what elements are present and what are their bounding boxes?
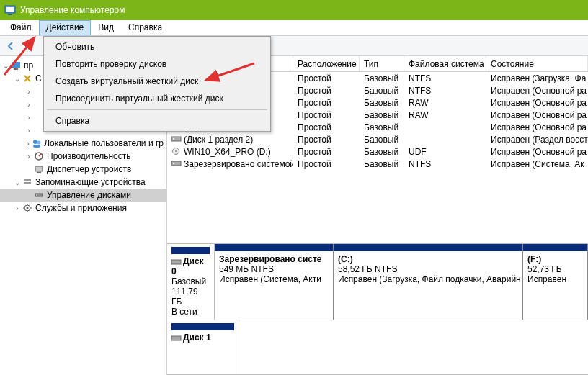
- chevron-down-icon: ⌄: [13, 75, 22, 83]
- tree-device[interactable]: Диспетчер устройств: [0, 163, 166, 176]
- part-name: (C:): [338, 254, 518, 264]
- back-button[interactable]: [3, 38, 19, 54]
- cell-fs: RAW: [404, 98, 486, 108]
- menu-bar: Файл Действие Вид Справка: [0, 20, 588, 36]
- disk-info[interactable]: Диск 0Базовый111,79 ГБВ сети: [167, 244, 215, 320]
- svg-rect-12: [24, 182, 31, 184]
- tree-label: Службы и приложения: [35, 203, 127, 213]
- table-row[interactable]: WIN10_X64_PRO (D:)ПростойБазовыйUDFИспра…: [167, 145, 588, 158]
- svg-rect-28: [172, 137, 181, 141]
- cell-layout: Простой: [293, 98, 360, 108]
- tree-label: С: [35, 73, 42, 83]
- tree-perf[interactable]: › Производительность: [0, 150, 166, 163]
- disk-icon: [172, 335, 182, 342]
- action-dropdown: Обновить Повторить проверку дисков Созда…: [43, 36, 271, 132]
- disk-size: 111,79 ГБ: [172, 286, 210, 307]
- cell-type: Базовый: [360, 122, 404, 132]
- disk-row: Диск 1: [167, 320, 588, 375]
- svg-rect-10: [37, 172, 41, 173]
- part-status: Исправен: [527, 274, 583, 284]
- chevron-down-icon: ⌄: [1, 62, 10, 70]
- services-icon: [22, 202, 33, 214]
- cell-layout: Простой: [293, 147, 360, 157]
- partition[interactable]: (C:)58,52 ГБ NTFSИсправен (Загрузка, Фай…: [334, 244, 523, 320]
- svg-rect-7: [33, 145, 40, 148]
- col-type[interactable]: Тип: [360, 56, 404, 71]
- svg-rect-34: [172, 260, 181, 264]
- chevron-right-icon: ›: [13, 204, 22, 212]
- cell-fs: NTFS: [404, 73, 486, 83]
- tree-storage[interactable]: ⌄ Запоминающие устройства: [0, 176, 166, 189]
- cell-status: Исправен (Основной ра: [486, 147, 588, 157]
- menu-file[interactable]: Файл: [3, 20, 39, 35]
- tree-label: Управление дисками: [47, 190, 131, 200]
- dd-help[interactable]: Справка: [45, 112, 269, 130]
- tree-label: Локальные пользователи и гр: [44, 138, 164, 148]
- dd-attach-vhd[interactable]: Присоединить виртуальный жесткий диск: [45, 90, 269, 107]
- disk-name: Диск 1: [183, 333, 211, 343]
- chevron-right-icon: ›: [24, 153, 33, 161]
- cell-type: Базовый: [360, 110, 404, 120]
- cell-status: Исправен (Основной ра: [486, 110, 588, 120]
- cell-layout: Простой: [293, 73, 360, 83]
- tree-users[interactable]: › Локальные пользователи и гр: [0, 137, 166, 150]
- dd-refresh[interactable]: Обновить: [45, 38, 269, 55]
- part-name: (F:): [527, 254, 583, 264]
- col-status[interactable]: Состояние: [486, 56, 588, 71]
- menu-view[interactable]: Вид: [91, 20, 121, 35]
- svg-point-33: [173, 163, 174, 164]
- svg-rect-32: [172, 161, 181, 166]
- tree-label: Производительность: [47, 151, 130, 161]
- disk-icon: [172, 258, 182, 266]
- cell-status: Исправен (Система, Ак: [486, 159, 588, 169]
- part-name: Зарезервировано систе: [219, 254, 329, 264]
- storage-icon: [22, 176, 33, 188]
- svg-point-15: [36, 194, 37, 196]
- cell-status: Исправен (Загрузка, Фа: [486, 73, 588, 83]
- svg-point-31: [175, 150, 177, 152]
- svg-point-17: [27, 207, 29, 209]
- volume-name: Зарезервировано системой: [184, 159, 293, 169]
- chevron-down-icon: ⌄: [13, 179, 22, 186]
- svg-rect-2: [8, 14, 12, 15]
- table-row[interactable]: Зарезервировано системойПростойБазовыйNT…: [167, 158, 588, 170]
- dd-rescan[interactable]: Повторить проверку дисков: [45, 55, 269, 73]
- tools-icon: [22, 73, 33, 84]
- app-icon: [4, 4, 16, 16]
- svg-point-5: [33, 140, 37, 144]
- cell-fs: UDF: [404, 147, 486, 157]
- menu-help[interactable]: Справка: [121, 20, 169, 35]
- partition[interactable]: Зарезервировано систе549 МБ NTFSИсправен…: [215, 244, 334, 320]
- cell-type: Базовый: [360, 147, 404, 157]
- disk-map: Диск 0Базовый111,79 ГБВ сетиЗарезервиров…: [167, 243, 588, 375]
- cell-type: Базовый: [360, 98, 404, 108]
- tree-label: пр: [24, 60, 33, 71]
- tree-services[interactable]: › Службы и приложения: [0, 202, 166, 214]
- disk-info[interactable]: Диск 1: [167, 320, 239, 374]
- perf-icon: [33, 150, 45, 162]
- col-layout[interactable]: Расположение: [293, 56, 360, 71]
- part-size: 52,73 ГБ: [527, 264, 583, 274]
- cell-layout: Простой: [293, 135, 360, 145]
- tree-disk-mgmt[interactable]: Управление дисками: [0, 189, 166, 202]
- menu-action[interactable]: Действие: [39, 20, 92, 35]
- cell-type: Базовый: [360, 86, 404, 96]
- chevron-right-icon: ›: [24, 140, 32, 148]
- cell-status: Исправен (Основной ра: [486, 86, 588, 96]
- partition[interactable]: (F:)52,73 ГБИсправен: [523, 244, 588, 320]
- part-status: Исправен (Система, Акти: [219, 274, 329, 284]
- cell-type: Базовый: [360, 73, 404, 83]
- disk-row: Диск 0Базовый111,79 ГБВ сетиЗарезервиров…: [167, 244, 588, 320]
- disk-icon: [33, 189, 45, 201]
- table-row[interactable]: (Диск 1 раздел 2)ПростойБазовыйИсправен …: [167, 133, 588, 145]
- cell-status: Исправен (Раздел восст: [486, 135, 588, 145]
- part-status: Исправен (Загрузка, Файл подкачки, Авари…: [338, 274, 518, 284]
- cell-status: Исправен (Основной ра: [486, 122, 588, 132]
- dd-create-vhd[interactable]: Создать виртуальный жесткий диск: [45, 73, 269, 90]
- forward-button[interactable]: [22, 38, 37, 54]
- col-fs[interactable]: Файловая система: [404, 56, 486, 71]
- cell-type: Базовый: [360, 159, 404, 169]
- cell-layout: Простой: [293, 122, 360, 132]
- computer-icon: [10, 60, 22, 71]
- cell-layout: Простой: [293, 86, 360, 96]
